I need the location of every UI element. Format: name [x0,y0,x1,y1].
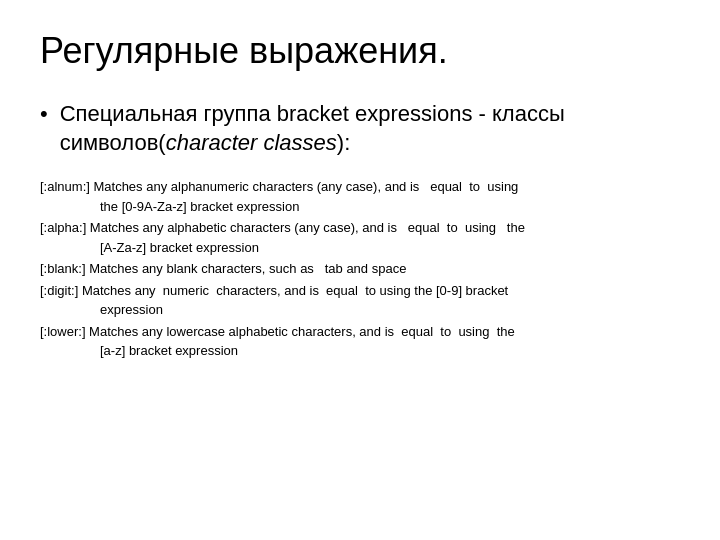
desc-alpha-line2: [A-Za-z] bracket expression [100,238,680,258]
desc-lower: [:lower:] Matches any lowercase alphabet… [40,322,680,361]
desc-alnum-line1: [:alnum:] Matches any alphanumeric chara… [40,179,518,194]
slide-title: Регулярные выражения. [40,30,680,72]
bullet-item: • Специальная группа bracket expressions… [40,100,680,157]
desc-blank-line1: [:blank:] Matches any blank characters, … [40,261,406,276]
desc-digit-line2: expression [100,300,680,320]
desc-alpha: [:alpha:] Matches any alphabetic charact… [40,218,680,257]
desc-blank: [:blank:] Matches any blank characters, … [40,259,680,279]
descriptions-section: [:alnum:] Matches any alphanumeric chara… [40,177,680,363]
desc-lower-line1: [:lower:] Matches any lowercase alphabet… [40,324,515,339]
bullet-section: • Специальная группа bracket expressions… [40,100,680,161]
bullet-text: Специальная группа bracket expressions -… [60,100,680,157]
bullet-dot: • [40,100,48,129]
slide-container: Регулярные выражения. • Специальная груп… [0,0,720,540]
desc-lower-line2: [a-z] bracket expression [100,341,680,361]
bullet-italic: character classes [166,130,337,155]
desc-alnum: [:alnum:] Matches any alphanumeric chara… [40,177,680,216]
desc-alpha-line1: [:alpha:] Matches any alphabetic charact… [40,220,525,235]
desc-alnum-line2: the [0-9A-Za-z] bracket expression [100,197,680,217]
bullet-suffix: ): [337,130,350,155]
desc-digit: [:digit:] Matches any numeric characters… [40,281,680,320]
desc-digit-line1: [:digit:] Matches any numeric characters… [40,283,508,298]
